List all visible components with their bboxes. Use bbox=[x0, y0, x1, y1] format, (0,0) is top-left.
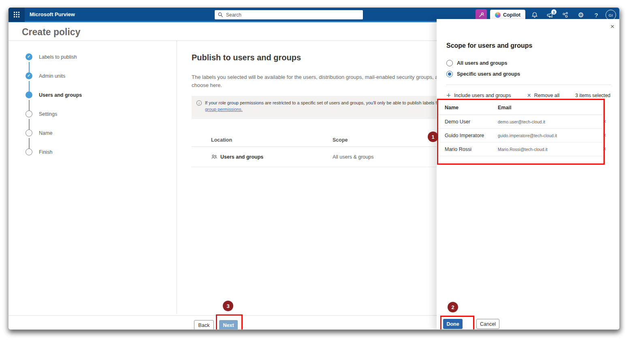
remove-all-button[interactable]: × Remove all bbox=[527, 93, 559, 99]
search-icon bbox=[218, 12, 223, 17]
step-done-icon bbox=[26, 53, 32, 60]
waffle-icon bbox=[13, 11, 20, 18]
info-banner: i If your role group permissions are res… bbox=[192, 96, 451, 119]
wizard-steps: Labels to publish Admin units Users and … bbox=[26, 53, 82, 168]
table-row-users-and-groups[interactable]: Users and groups All users & groups bbox=[192, 147, 459, 167]
remove-user-icon[interactable]: × bbox=[603, 118, 606, 124]
annotation-circle-2: 2 bbox=[448, 302, 458, 312]
done-button[interactable]: Done bbox=[443, 319, 463, 329]
step-todo-icon bbox=[26, 149, 32, 155]
wizard-step-name[interactable]: Name bbox=[26, 129, 82, 149]
step-current-icon bbox=[26, 91, 32, 98]
radio-on-icon bbox=[446, 71, 453, 77]
panel-divider bbox=[446, 85, 611, 85]
locations-table: Location Scope Users and groups All user… bbox=[192, 134, 459, 167]
user-row[interactable]: Demo User demo.user@tech-cloud.it × bbox=[438, 115, 603, 129]
user-row[interactable]: Mario Rossi Mario.Rossi@tech-cloud.it × bbox=[438, 142, 603, 156]
bell-icon bbox=[531, 11, 538, 19]
wizard-step-admin-units[interactable]: Admin units bbox=[26, 72, 82, 91]
radio-specific-users[interactable]: Specific users and groups bbox=[446, 71, 520, 77]
app-launcher-button[interactable] bbox=[9, 7, 25, 22]
info-icon: i bbox=[196, 100, 202, 106]
copilot-icon bbox=[495, 12, 501, 18]
content-divider bbox=[177, 41, 177, 314]
app-window: Microsoft Purview Copilot bbox=[8, 7, 620, 330]
group-permissions-link[interactable]: group permissions. bbox=[205, 106, 243, 112]
column-name: Name bbox=[445, 105, 498, 110]
wizard-step-settings[interactable]: Settings bbox=[26, 110, 82, 129]
wizard-step-users-and-groups[interactable]: Users and groups bbox=[26, 91, 82, 110]
help-icon: ? bbox=[595, 12, 598, 19]
column-email: Email bbox=[498, 105, 603, 110]
step-todo-icon bbox=[26, 129, 32, 136]
column-location: Location bbox=[211, 137, 333, 143]
items-selected-count: 3 items selected bbox=[575, 93, 610, 98]
search-box[interactable] bbox=[214, 10, 363, 20]
users-groups-icon bbox=[211, 154, 218, 160]
step-done-icon bbox=[26, 72, 32, 79]
next-button[interactable]: Next bbox=[219, 320, 238, 330]
close-icon[interactable]: × bbox=[610, 23, 614, 30]
radio-all-users[interactable]: All users and groups bbox=[446, 60, 507, 66]
wand-icon bbox=[478, 12, 484, 18]
locations-table-header: Location Scope bbox=[192, 134, 459, 147]
step-todo-icon bbox=[26, 110, 32, 117]
main-content: Publish to users and groups The labels y… bbox=[192, 41, 459, 167]
remove-user-icon[interactable]: × bbox=[603, 146, 606, 152]
scope-flyout-panel: × Scope for users and groups All users a… bbox=[437, 19, 620, 330]
whats-new-badge: 1 bbox=[551, 9, 557, 15]
main-description: The labels you selected will be availabl… bbox=[192, 73, 459, 89]
user-row[interactable]: Guido Imperatore guido.imperatore@tech-c… bbox=[438, 129, 603, 142]
main-heading: Publish to users and groups bbox=[192, 53, 459, 62]
users-table-header: Name Email bbox=[438, 100, 603, 115]
selected-users-table: Name Email Demo User demo.user@tech-clou… bbox=[438, 100, 603, 164]
back-button[interactable]: Back bbox=[194, 320, 214, 330]
location-label: Users and groups bbox=[220, 154, 263, 160]
include-users-button[interactable]: + Include users and groups bbox=[446, 92, 511, 99]
panel-toolbar: + Include users and groups × Remove all … bbox=[446, 90, 610, 101]
remove-user-icon[interactable]: × bbox=[603, 132, 606, 138]
cancel-button[interactable]: Cancel bbox=[476, 319, 499, 329]
app-title: Microsoft Purview bbox=[30, 11, 75, 17]
x-icon: × bbox=[527, 92, 531, 99]
search-input[interactable] bbox=[226, 12, 360, 18]
annotation-circle-3: 3 bbox=[223, 301, 233, 311]
plus-icon: + bbox=[446, 91, 451, 99]
wizard-step-finish[interactable]: Finish bbox=[26, 149, 82, 168]
page-title: Create policy bbox=[22, 27, 80, 38]
wizard-step-labels-to-publish[interactable]: Labels to publish bbox=[26, 53, 82, 72]
radio-off-icon bbox=[446, 60, 453, 66]
community-icon bbox=[562, 11, 569, 19]
gear-icon: ⚙ bbox=[578, 12, 584, 19]
panel-title: Scope for users and groups bbox=[446, 42, 532, 49]
